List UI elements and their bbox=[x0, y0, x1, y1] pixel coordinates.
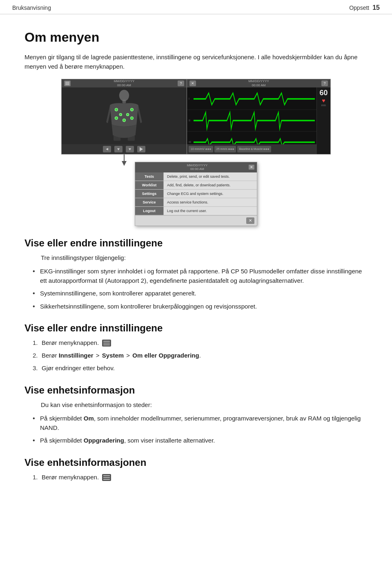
section-settings-title: Vise eller endre innstillingene bbox=[24, 237, 368, 249]
ecg-hr-panel: 60 ♥ min bbox=[316, 87, 330, 154]
settings-step-3: Gjør endringer etter behov. bbox=[33, 363, 368, 373]
svg-point-11 bbox=[131, 117, 134, 120]
body-silhouette bbox=[100, 89, 149, 142]
settings-bullet-2: Systeminnstillingene, som kontrollerer a… bbox=[33, 289, 368, 298]
device-info2-steps: Berør menyknappen. bbox=[33, 472, 368, 482]
svg-rect-5 bbox=[114, 134, 120, 141]
screen-right-time: MM/DD/YYYY 00:00 AM bbox=[248, 79, 269, 87]
screen-left-topbar: MM/DD/YYYY 00:00 AM ? bbox=[62, 79, 187, 87]
menu-desc-service: Access service functions. bbox=[164, 198, 212, 206]
stb-left-icons bbox=[64, 81, 71, 86]
screen-left-question-btn[interactable]: ? bbox=[178, 81, 184, 86]
menu-close-row: ✕ bbox=[135, 215, 257, 226]
svg-point-8 bbox=[131, 108, 134, 111]
svg-rect-19 bbox=[103, 341, 110, 342]
menu-desc-settings: Change ECG and system settings. bbox=[164, 190, 227, 198]
screen-left-down2-icon[interactable] bbox=[126, 146, 134, 152]
page-header: Bruksanvisning Oppsett 15 bbox=[0, 0, 392, 14]
ecg-wave-I bbox=[194, 88, 315, 110]
screen-right-question-btn[interactable]: ? bbox=[321, 81, 328, 86]
menu-btn-tests[interactable]: Tests bbox=[135, 172, 164, 181]
ecg-btn-filter[interactable]: Baseline & Muscle bbox=[237, 146, 272, 152]
svg-rect-4 bbox=[122, 100, 126, 103]
device-info-bullet-2: På skjermbildet Oppgradering, som viser … bbox=[33, 436, 368, 445]
menu-btn-logout[interactable]: Logout bbox=[135, 207, 164, 215]
svg-marker-14 bbox=[106, 148, 108, 150]
svg-marker-15 bbox=[117, 148, 120, 150]
page-content: Om menyen Menyen gir tilgang til de lagr… bbox=[0, 14, 392, 503]
menu-btn-service[interactable]: Service bbox=[135, 198, 164, 206]
screen-left-time: MM/DD/YYYY 00:00 AM bbox=[114, 79, 135, 87]
menu-item-worklist: Worklist Add, find, delete, or download … bbox=[135, 181, 257, 190]
menu-btn-worklist[interactable]: Worklist bbox=[135, 181, 164, 189]
ecg-right-bottom-bar: 10 mm/mV 25 mm/s Baseline & Muscle bbox=[187, 144, 316, 154]
svg-rect-21 bbox=[103, 344, 110, 345]
heart-rate-value: 60 bbox=[319, 89, 327, 96]
svg-rect-24 bbox=[103, 479, 110, 480]
lead-III-label: III bbox=[189, 141, 194, 143]
svg-rect-1 bbox=[65, 83, 69, 84]
device-info-bullets: På skjermbildet Om, som inneholder model… bbox=[33, 414, 368, 445]
svg-marker-18 bbox=[122, 161, 127, 166]
ecg-lead-II: II bbox=[187, 110, 316, 132]
connector-arrows bbox=[61, 154, 331, 166]
header-right: Oppsett 15 bbox=[349, 4, 380, 11]
screen-left-bottom bbox=[62, 144, 187, 154]
svg-point-9 bbox=[115, 117, 118, 120]
menu-item-settings: Settings Change ECG and system settings. bbox=[135, 190, 257, 198]
menu-btn-settings[interactable]: Settings bbox=[135, 190, 164, 198]
screen-right: ✕ MM/DD/YYYY 00:00 AM ? bbox=[187, 79, 331, 154]
stb-right-icons: ✕ bbox=[189, 81, 196, 86]
ecg-wave-II bbox=[194, 110, 315, 131]
settings-bullets: EKG-innstillinger som styrer innholdet i… bbox=[33, 266, 368, 311]
section-settings-sub-title: Vise eller endre innstillingene bbox=[24, 322, 368, 334]
svg-point-13 bbox=[127, 113, 129, 116]
heart-icon: ♥ bbox=[322, 97, 325, 104]
lead-II-label: II bbox=[189, 119, 194, 122]
device-info2-step-1: Berør menyknappen. bbox=[33, 472, 368, 482]
heart-rate-unit: min bbox=[321, 104, 326, 107]
menu-close-x-btn[interactable]: ✕ bbox=[246, 217, 254, 224]
ecg-btn-gain[interactable]: 10 mm/mV bbox=[189, 146, 213, 152]
menu-item-service: Service Access service functions. bbox=[135, 198, 257, 207]
settings-step-2: Berør Innstillinger > System > Om eller … bbox=[33, 351, 368, 360]
svg-point-10 bbox=[123, 119, 126, 122]
lead-I-label: I bbox=[189, 97, 194, 100]
header-left-label: Bruksanvisning bbox=[12, 4, 51, 11]
menu-desc-worklist: Add, find, delete, or download patients. bbox=[164, 181, 234, 189]
svg-marker-16 bbox=[129, 148, 131, 150]
section-device-info2-title: Vise enhetsinformasjonen bbox=[24, 457, 368, 468]
menu-desc-tests: Delete, print, send, or edit saved tests… bbox=[164, 172, 233, 181]
page-number: 15 bbox=[372, 4, 380, 11]
device-info-bullet-1: På skjermbildet Om, som inneholder model… bbox=[33, 414, 368, 433]
screen-right-close-icon[interactable]: ✕ bbox=[189, 81, 196, 86]
full-screenshot: MM/DD/YYYY 00:00 AM ? bbox=[61, 79, 331, 226]
screenshot-container: MM/DD/YYYY 00:00 AM ? bbox=[24, 79, 368, 226]
svg-point-3 bbox=[119, 90, 129, 101]
svg-rect-23 bbox=[103, 477, 110, 478]
body-diagram-area bbox=[62, 87, 187, 144]
section-menu-title: Om menyen bbox=[24, 30, 368, 45]
section-menu-intro: Menyen gir tilgang til de lagrede pasien… bbox=[24, 52, 368, 72]
svg-rect-22 bbox=[103, 475, 110, 476]
settings-bullet-3: Sikkerhetsinnstillingene, som kontroller… bbox=[33, 302, 368, 311]
ecg-btn-speed[interactable]: 25 mm/s bbox=[214, 146, 236, 152]
header-right-label: Oppsett bbox=[349, 4, 369, 11]
section-settings-intro: Tre innstillingstyper tilgjengelig: bbox=[41, 253, 368, 262]
menu-desc-logout: Log out the current user. bbox=[164, 207, 210, 215]
screen-left-nav-icon bbox=[64, 81, 71, 86]
section-device-info-title: Vise enhetsinformasjon bbox=[24, 385, 368, 396]
screen-left-back-icon[interactable] bbox=[103, 146, 111, 152]
menu-dropdown-wrapper: MM/DD/YYYY 00:00 AM ✕ Tests Delete, prin… bbox=[61, 162, 331, 226]
svg-rect-20 bbox=[103, 343, 110, 344]
connector-area bbox=[61, 154, 331, 166]
screen-left-play-icon[interactable] bbox=[137, 146, 145, 152]
menu-item-tests: Tests Delete, print, send, or edit saved… bbox=[135, 172, 257, 181]
svg-point-12 bbox=[119, 113, 122, 116]
svg-rect-6 bbox=[128, 134, 135, 141]
screen-left-down-icon[interactable] bbox=[114, 146, 122, 152]
screen-left: MM/DD/YYYY 00:00 AM ? bbox=[61, 79, 187, 154]
svg-point-7 bbox=[115, 108, 118, 111]
svg-rect-2 bbox=[65, 84, 69, 85]
settings-step-1: Berør menyknappen. bbox=[33, 338, 368, 347]
